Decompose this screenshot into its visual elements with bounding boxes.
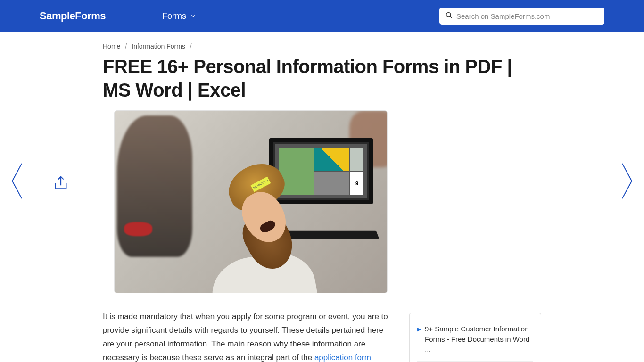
svg-line-1 (450, 16, 452, 18)
breadcrumb-category[interactable]: Information Forms (132, 42, 185, 50)
next-arrow[interactable] (621, 163, 634, 199)
search-input[interactable] (456, 12, 599, 20)
nav-forms[interactable]: Forms (162, 11, 197, 21)
breadcrumb-sep: / (125, 42, 127, 50)
search-wrap (439, 8, 604, 25)
body-row: It is made mandatory that when you apply… (103, 310, 541, 362)
nav-forms-label: Forms (162, 11, 186, 21)
page-title: FREE 16+ Personal Information Forms in P… (103, 55, 541, 102)
main-container: Home / Information Forms / FREE 16+ Pers… (103, 32, 541, 362)
svg-point-0 (446, 13, 451, 17)
logo[interactable]: SampleForms (40, 10, 106, 22)
related-link-text: 9+ Sample Customer Information Forms - F… (425, 324, 533, 354)
breadcrumb: Home / Information Forms / (103, 42, 541, 50)
related-link[interactable]: ▶ 9+ Sample Customer Information Forms -… (417, 320, 533, 358)
triangle-icon: ▶ (417, 326, 421, 333)
search-box[interactable] (439, 8, 604, 25)
chevron-down-icon (190, 13, 197, 19)
breadcrumb-sep: / (190, 42, 192, 50)
main-nav: Forms (162, 11, 197, 21)
related-box: ▶ 9+ Sample Customer Information Forms -… (409, 313, 541, 362)
link-application-form[interactable]: application form (314, 353, 371, 362)
article-body: It is made mandatory that when you apply… (103, 310, 395, 362)
share-button[interactable] (53, 175, 69, 193)
prev-arrow[interactable] (10, 163, 23, 199)
search-icon (445, 11, 453, 21)
breadcrumb-home[interactable]: Home (103, 42, 120, 50)
site-header: SampleForms Forms (0, 0, 644, 32)
hero-image: 9 BE HAPPY :) (114, 110, 388, 293)
